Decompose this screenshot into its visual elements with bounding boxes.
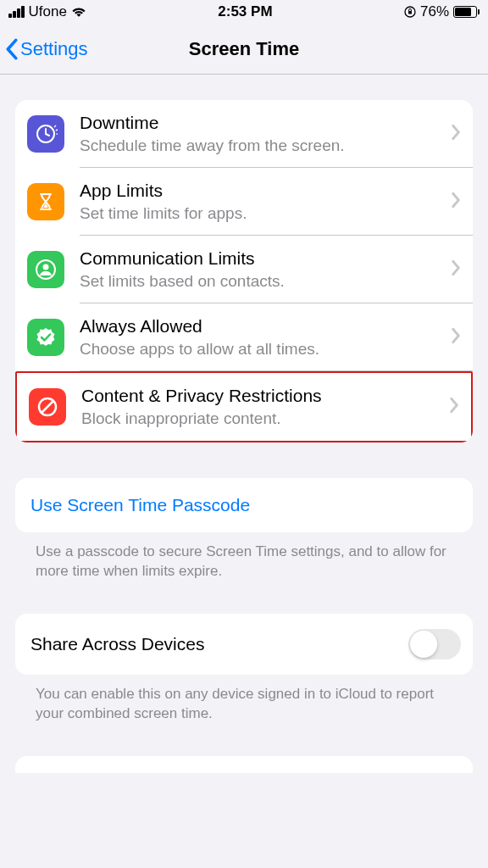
settings-group-main: Downtime Schedule time away from the scr… [15,100,473,442]
svg-line-6 [56,130,58,131]
highlight-annotation: Content & Privacy Restrictions Block ina… [15,371,473,442]
settings-group-partial [15,756,473,773]
share-label: Share Across Devices [30,634,204,654]
orientation-lock-icon [404,6,416,18]
use-screen-time-passcode-button[interactable]: Use Screen Time Passcode [15,478,473,532]
row-subtitle: Set time limits for apps. [80,203,442,224]
status-right: 76% [404,3,480,20]
contact-icon [27,251,64,288]
status-left: Ufone [8,3,86,20]
nav-bar: Settings Screen Time [0,24,488,75]
row-subtitle: Set limits based on contacts. [80,271,442,292]
status-time: 2:53 PM [218,3,272,20]
prohibit-icon [29,388,66,426]
status-bar: Ufone 2:53 PM 76% [0,0,488,24]
hourglass-icon [27,183,64,220]
check-seal-icon [27,319,64,356]
row-title: App Limits [80,180,442,202]
row-title: Downtime [80,112,442,134]
wifi-icon [71,6,86,18]
downtime-icon [27,115,64,153]
chevron-right-icon [451,259,461,280]
row-subtitle: Choose apps to allow at all times. [80,339,442,359]
row-app-limits[interactable]: App Limits Set time limits for apps. [15,168,473,236]
signal-bars-icon [8,6,25,18]
content: Downtime Schedule time away from the scr… [0,75,488,773]
chevron-right-icon [451,327,461,348]
share-toggle[interactable] [408,629,461,659]
row-share-across-devices: Share Across Devices [15,614,473,675]
svg-line-5 [54,125,56,127]
settings-group-share: Share Across Devices [15,614,473,675]
battery-percent: 76% [420,3,449,20]
row-title: Communication Limits [80,248,442,270]
passcode-footer: Use a passcode to secure Screen Time set… [15,532,473,581]
row-subtitle: Schedule time away from the screen. [80,136,442,156]
carrier-label: Ufone [29,3,67,20]
chevron-right-icon [449,397,459,417]
svg-rect-1 [408,11,412,14]
chevron-right-icon [451,192,461,212]
svg-line-4 [46,134,49,136]
row-subtitle: Block inappropriate content. [81,409,441,429]
back-label: Settings [20,38,88,60]
row-title: Always Allowed [80,315,442,337]
settings-group-passcode: Use Screen Time Passcode [15,478,473,532]
battery-icon [453,6,480,18]
row-downtime[interactable]: Downtime Schedule time away from the scr… [15,100,473,168]
row-title: Content & Privacy Restrictions [81,385,441,407]
svg-line-11 [42,401,53,413]
svg-point-9 [43,264,49,270]
row-content-privacy[interactable]: Content & Privacy Restrictions Block ina… [17,373,471,441]
row-always-allowed[interactable]: Always Allowed Choose apps to allow at a… [15,303,473,371]
back-button[interactable]: Settings [0,38,88,60]
row-communication-limits[interactable]: Communication Limits Set limits based on… [15,236,473,303]
share-footer: You can enable this on any device signed… [15,675,473,724]
chevron-left-icon [5,38,19,60]
chevron-right-icon [451,124,461,144]
